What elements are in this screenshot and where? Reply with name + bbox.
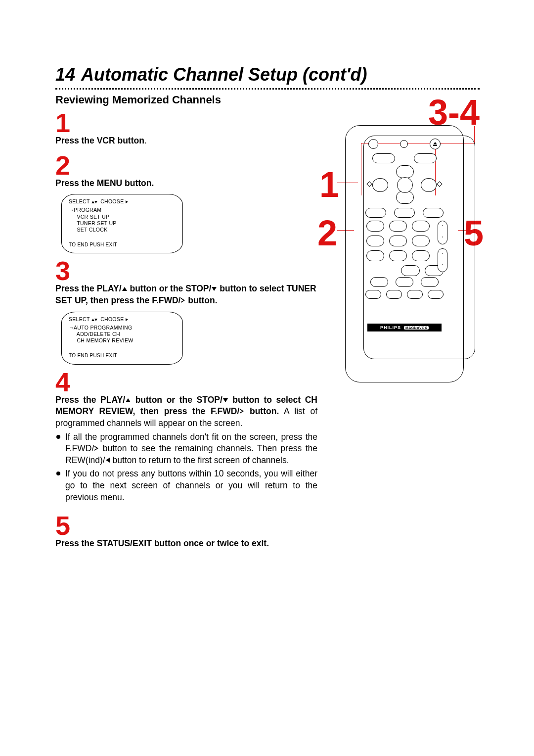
remote-menu-button	[365, 208, 386, 218]
remote-rew-button	[372, 178, 388, 192]
remote-brand-bar: PHILIPS MAGNAVOX	[367, 324, 442, 331]
step-number-1: 1	[55, 109, 317, 136]
step-number-5: 5	[55, 512, 317, 539]
remote-button	[421, 277, 439, 287]
remote-digit-button	[366, 236, 384, 246]
page-header: 14 Automatic Channel Setup (cont'd)	[55, 64, 480, 85]
page-number: 14	[55, 64, 75, 85]
right-arrow-icon	[126, 200, 128, 203]
remote-digit-button	[366, 221, 384, 232]
bullet-item: If you do not press any buttons within 1…	[55, 468, 317, 503]
remote-power-button	[368, 139, 378, 149]
right-triangle-icon	[181, 298, 185, 303]
remote-tv-button	[414, 153, 437, 163]
remote-digit-button	[412, 221, 430, 232]
step-1-text: Press the VCR button.	[55, 135, 317, 147]
osd-tuner-menu: SELECT CHOOSE →AUTO PROGRAMMING ADD/DELE…	[61, 312, 183, 365]
osd-main-menu: SELECT CHOOSE →PROGRAM VCR SET UP TUNER …	[61, 194, 183, 253]
remote-indicator	[400, 140, 408, 148]
section-subheading: Reviewing Memorized Channels	[55, 94, 480, 106]
remote-ffwd-button	[421, 178, 437, 192]
remote-digit-button	[366, 250, 384, 261]
remote-volume-rocker: ˄˅	[438, 248, 447, 272]
remote-play-up-button	[396, 165, 414, 178]
brand-philips: PHILIPS	[380, 325, 401, 330]
step-4-bullets: If all the programmed channels don't fit…	[55, 431, 317, 504]
step-number-3: 3	[55, 257, 317, 284]
down-triangle-icon	[223, 398, 228, 402]
step-4-text: Press the PLAY/ button or the STOP/ butt…	[55, 394, 317, 429]
steps-column: 1 Press the VCR button. 2 Press the MENU…	[55, 108, 317, 550]
step-number-4: 4	[55, 369, 317, 395]
remote-eject-button	[430, 139, 441, 149]
remote-digit-button	[412, 236, 430, 246]
brand-magnavox: MAGNAVOX	[404, 326, 429, 330]
step-5-text: Press the STATUS/EXIT button once or twi…	[55, 538, 317, 550]
bullet-item: If all the programmed channels don't fit…	[55, 431, 317, 467]
remote-button	[396, 277, 413, 287]
manual-page: 14 Automatic Channel Setup (cont'd) Revi…	[0, 0, 534, 756]
remote-digit-button	[389, 221, 407, 232]
remote-digit-button	[389, 250, 407, 261]
down-arrow-icon	[94, 201, 97, 203]
right-arrow-icon	[126, 318, 128, 321]
right-triangle-icon	[94, 446, 98, 451]
step-3-text: Press the PLAY/ button or the STOP/ butt…	[55, 283, 317, 306]
diamond-icon	[437, 181, 442, 187]
remote-digit-button	[389, 236, 407, 246]
remote-keypad	[366, 221, 444, 276]
remote-control-diagram: ˄˅ ˄˅ PH	[345, 125, 464, 382]
remote-button	[407, 290, 423, 299]
remote-digit-button	[401, 265, 420, 276]
remote-vcr-button	[372, 153, 395, 163]
remote-button	[386, 290, 402, 299]
page-title: Automatic Channel Setup (cont'd)	[81, 64, 367, 85]
up-triangle-icon	[126, 398, 131, 402]
diamond-icon	[366, 181, 372, 187]
diagram-column: 3-4 1 2 5	[326, 108, 480, 550]
step-number-2: 2	[55, 152, 317, 179]
down-arrow-icon	[94, 319, 97, 321]
right-triangle-icon	[240, 409, 244, 414]
up-triangle-icon	[122, 287, 127, 291]
remote-status-exit-button	[423, 208, 444, 218]
eject-icon	[433, 142, 437, 146]
left-triangle-icon	[106, 458, 110, 463]
remote-button	[370, 277, 388, 287]
remote-digit-button	[412, 250, 430, 261]
remote-channel-rocker: ˄˅	[438, 221, 447, 244]
remote-ok-button	[397, 177, 413, 193]
remote-nav-cluster	[367, 165, 442, 204]
step-2-text: Press the MENU button.	[55, 178, 317, 189]
down-triangle-icon	[212, 287, 217, 291]
remote-button	[365, 290, 381, 299]
remote-button	[428, 290, 444, 299]
divider-dotted	[55, 88, 480, 90]
remote-button	[394, 208, 415, 218]
